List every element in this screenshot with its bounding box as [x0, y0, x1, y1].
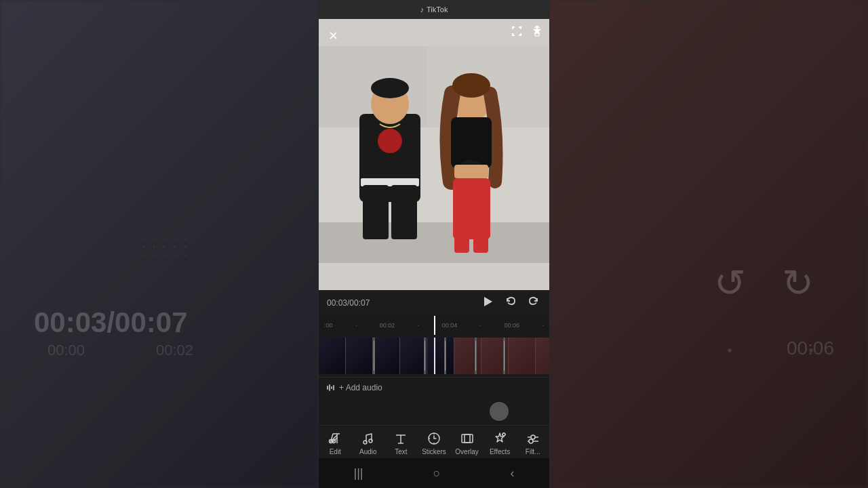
fullscreen-icon — [511, 26, 522, 37]
svg-rect-22 — [329, 384, 330, 391]
phone-ui: ♪ TikTok — [319, 0, 549, 488]
text-label: Text — [395, 448, 407, 455]
video-preview: ✕ — [319, 19, 549, 290]
share-button[interactable] — [532, 26, 542, 39]
edit-label: Edit — [330, 448, 341, 455]
svg-point-51 — [529, 439, 533, 443]
nav-home-button[interactable]: ○ — [428, 461, 446, 486]
strip-separator-3[interactable] — [444, 338, 446, 374]
overlay-label: Overlay — [455, 448, 478, 455]
tool-audio[interactable]: Audio — [353, 431, 383, 455]
strip-playhead — [434, 338, 435, 374]
strip-separator-1[interactable] — [373, 338, 375, 374]
strip-separator-5[interactable] — [503, 338, 505, 374]
video-strip-container[interactable]: + — [319, 335, 549, 377]
mark-2: 00:02 — [380, 322, 395, 329]
fullscreen-button[interactable] — [511, 26, 522, 39]
undo-icon — [505, 296, 517, 308]
bg-right-dot: • — [727, 342, 732, 359]
nav-menu-button[interactable]: ||| — [349, 461, 369, 486]
tiktok-logo: ♪ TikTok — [420, 5, 448, 14]
tool-stickers[interactable]: Stickers — [419, 431, 449, 455]
bg-left-time-small: 00:00 — [47, 342, 85, 359]
play-icon — [481, 296, 494, 308]
redo-button[interactable] — [526, 294, 541, 312]
tiktok-platform-icon: ♪ — [420, 5, 425, 14]
filter-icon — [526, 431, 540, 446]
tool-edit[interactable]: Edit — [320, 431, 350, 455]
add-audio-label: + Add audio — [339, 383, 382, 392]
bg-right-panel: ↺ ↻ 00:06 • • — [549, 0, 868, 488]
bg-right-dot2: • — [808, 342, 814, 359]
bottom-toolbar: Edit Audio Text — [319, 425, 549, 458]
svg-marker-20 — [484, 297, 492, 306]
overlay-icon — [460, 431, 475, 446]
strip-separator-4[interactable] — [475, 338, 477, 374]
audio-icon — [361, 431, 376, 446]
tool-filter[interactable]: Filt... — [518, 431, 548, 455]
tool-text[interactable]: Text — [386, 431, 416, 455]
effects-label: Effects — [490, 448, 510, 455]
system-nav-bar: ||| ○ ‹ — [319, 458, 549, 488]
undo-button[interactable] — [503, 294, 518, 312]
svg-rect-18 — [473, 212, 488, 253]
strip-frame-5 — [427, 338, 454, 374]
audio-label: Audio — [359, 448, 377, 455]
svg-point-48 — [531, 435, 535, 439]
bg-undo-icon: ↺ — [714, 261, 746, 305]
strip-frame-8 — [509, 338, 536, 374]
scroll-indicator-area — [319, 398, 549, 425]
svg-point-43 — [502, 433, 505, 436]
strip-frame-2 — [346, 338, 373, 374]
mark-dot4: · — [542, 322, 544, 329]
svg-point-7 — [378, 129, 402, 153]
redo-icon — [528, 296, 540, 308]
audio-wave-icon — [327, 384, 335, 392]
strip-frame-4 — [400, 338, 427, 374]
bg-redo-icon: ↻ — [782, 261, 814, 305]
strip-frame-6 — [454, 338, 481, 374]
svg-rect-10 — [391, 185, 417, 239]
video-strip: + — [319, 338, 549, 374]
timeline-playhead — [434, 316, 435, 335]
tool-effects[interactable]: Effects — [485, 431, 515, 455]
video-frame — [319, 19, 549, 290]
stickers-icon — [427, 431, 441, 446]
video-svg — [319, 19, 549, 290]
svg-rect-9 — [363, 185, 389, 239]
mark-6: 00:06 — [504, 322, 519, 329]
timeline-ruler: :00 · 00:02 · 00:04 · 00:06 · — [319, 316, 549, 335]
scroll-dot[interactable] — [490, 402, 509, 421]
mark-4: 00:04 — [442, 322, 458, 329]
strip-frame-1 — [319, 338, 346, 374]
bg-dots: • • • • •• • • • •• • • • • — [142, 235, 191, 259]
top-bar: ♪ TikTok — [319, 0, 549, 19]
add-audio-bar[interactable]: + Add audio — [319, 377, 549, 398]
controls-bar: 00:03/00:07 — [319, 290, 549, 316]
filter-label: Filt... — [526, 448, 540, 455]
close-button[interactable]: ✕ — [326, 26, 341, 46]
nav-back-button[interactable]: ‹ — [505, 461, 519, 486]
bg-time-large: 00:03/00:07 — [34, 306, 188, 339]
svg-rect-24 — [333, 385, 334, 390]
svg-rect-41 — [462, 434, 470, 443]
mark-dot2: · — [418, 322, 420, 329]
mark-dot3: · — [480, 322, 482, 329]
text-icon — [393, 431, 408, 446]
mark-dot1: · — [355, 322, 357, 329]
svg-point-32 — [363, 441, 367, 444]
strip-frame-9 — [536, 338, 549, 374]
svg-point-12 — [452, 73, 490, 98]
app-title: TikTok — [427, 5, 448, 14]
time-display: 00:03/00:07 — [327, 298, 370, 308]
svg-rect-3 — [319, 222, 549, 263]
svg-rect-23 — [331, 386, 332, 389]
effects-icon — [492, 431, 507, 446]
tool-overlay[interactable]: Overlay — [452, 431, 482, 455]
play-button[interactable] — [480, 294, 495, 312]
svg-point-6 — [371, 78, 409, 98]
svg-rect-17 — [454, 212, 469, 253]
svg-rect-42 — [465, 434, 473, 443]
strip-separator-2[interactable] — [424, 338, 426, 374]
mark-0: :00 — [324, 322, 333, 329]
